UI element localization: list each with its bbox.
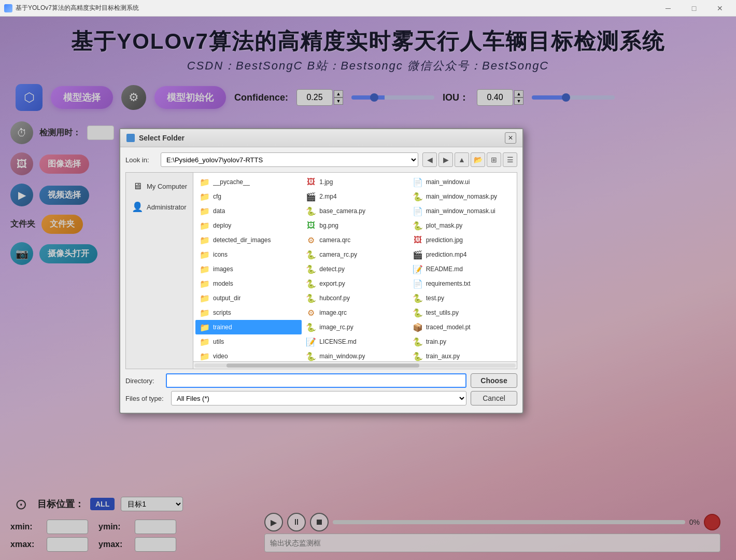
file-item-name: main_window.ui: [426, 178, 470, 186]
list-item[interactable]: 📁 detected_dir_images: [195, 233, 302, 247]
file-list-area[interactable]: 📁 __pycache__ 🖼 1.jpg 📄 main_window.ui: [193, 173, 517, 361]
maximize-button[interactable]: □: [682, 1, 706, 16]
directory-input[interactable]: [166, 373, 466, 388]
py-icon: 🐍: [413, 307, 423, 318]
minimize-button[interactable]: ─: [656, 1, 680, 16]
folder-icon: 📁: [200, 293, 210, 303]
list-item[interactable]: ⚙ camera.qrc: [302, 233, 408, 247]
user-icon: 👤: [131, 201, 144, 213]
directory-row: Directory: Choose: [125, 373, 517, 388]
list-item[interactable]: 📄 main_window_nomask.ui: [408, 204, 515, 218]
list-item[interactable]: 🐍 base_camera.py: [302, 204, 408, 218]
py-icon: 🐍: [306, 278, 316, 289]
place-administrator-label: Administrator: [147, 203, 187, 211]
look-in-select[interactable]: E:\Pyside6_yolov7\yolov7-RTTS: [161, 152, 418, 167]
file-item-name: 2.mp4: [319, 193, 336, 200]
place-my-computer[interactable]: 🖥 My Computer: [126, 176, 193, 197]
list-item[interactable]: 🐍 train.py: [408, 334, 515, 349]
list-item[interactable]: 🐍 main_window_nomask.py: [408, 189, 515, 204]
list-item[interactable]: 🖼 bg.png: [302, 218, 408, 233]
view-grid-button[interactable]: ⊞: [487, 152, 501, 167]
choose-button[interactable]: Choose: [471, 373, 517, 388]
py-icon: 🐍: [306, 293, 316, 303]
list-item[interactable]: 🖼 1.jpg: [302, 175, 408, 189]
file-item-name: prediction.jpg: [426, 236, 463, 244]
qrc-icon: ⚙: [306, 235, 316, 245]
list-item[interactable]: 📁 output_dir: [195, 291, 302, 305]
cancel-button[interactable]: Cancel: [471, 391, 517, 405]
filetype-row: Files of type: All Files (*) Cancel: [125, 391, 517, 405]
file-item-name: bg.png: [319, 222, 338, 229]
folder-icon: 📁: [200, 249, 210, 260]
list-item[interactable]: ⚙ image.qrc: [302, 305, 408, 320]
list-item[interactable]: 📁 __pycache__: [195, 175, 302, 189]
list-item[interactable]: 📄 requirements.txt: [408, 276, 515, 291]
list-item[interactable]: 📁 utils: [195, 334, 302, 349]
view-list-button[interactable]: ☰: [503, 152, 517, 167]
places-panel: 🖥 My Computer 👤 Administrator: [126, 173, 193, 369]
ui-file-icon: 📄: [413, 177, 423, 187]
nav-bookmarks-button[interactable]: 📂: [471, 152, 485, 167]
file-item-name: icons: [213, 251, 228, 258]
list-item[interactable]: 🎬 prediction.mp4: [408, 247, 515, 262]
list-item[interactable]: 📝 LICENSE.md: [302, 334, 408, 349]
list-item[interactable]: 📁 video: [195, 349, 302, 361]
file-item-name: detected_dir_images: [213, 236, 271, 244]
file-item-name: main_window_nomask.py: [426, 193, 497, 200]
place-administrator[interactable]: 👤 Administrator: [126, 197, 193, 217]
qrc-icon: ⚙: [306, 307, 316, 318]
list-item[interactable]: 📁 cfg: [195, 189, 302, 204]
list-item[interactable]: 📁 images: [195, 262, 302, 276]
list-item[interactable]: 📁 deploy: [195, 218, 302, 233]
list-item[interactable]: 📄 main_window.ui: [408, 175, 515, 189]
list-item[interactable]: 🐍 test_utils.py: [408, 305, 515, 320]
mp4-icon: 🎬: [306, 191, 316, 202]
list-item[interactable]: 📦 traced_model.pt: [408, 320, 515, 334]
nav-up-button[interactable]: ▲: [455, 152, 469, 167]
dialog-close-button[interactable]: ✕: [505, 132, 516, 144]
computer-icon: 🖥: [131, 180, 144, 192]
list-item[interactable]: 📝 README.md: [408, 262, 515, 276]
folder-icon: 📁: [200, 351, 210, 361]
h-scroll-thumb: [227, 363, 419, 368]
place-my-computer-label: My Computer: [147, 183, 187, 190]
horizontal-scrollbar[interactable]: [193, 361, 517, 369]
list-item-trained[interactable]: 📁 trained: [195, 320, 302, 334]
list-item[interactable]: 🎬 2.mp4: [302, 189, 408, 204]
list-item[interactable]: 📁 scripts: [195, 305, 302, 320]
list-item[interactable]: 🐍 train_aux.py: [408, 349, 515, 361]
file-item-name: hubconf.py: [319, 295, 350, 302]
list-item[interactable]: 📁 icons: [195, 247, 302, 262]
list-item[interactable]: 📁 models: [195, 276, 302, 291]
py-icon: 🐍: [306, 206, 316, 216]
list-item[interactable]: 🐍 hubconf.py: [302, 291, 408, 305]
py-icon: 🐍: [306, 351, 316, 361]
list-item[interactable]: 🐍 export.py: [302, 276, 408, 291]
file-item-name: requirements.txt: [426, 280, 471, 287]
folder-icon: 📁: [200, 307, 210, 318]
py-icon: 🐍: [306, 249, 316, 260]
file-item-name: video: [213, 353, 228, 360]
list-item[interactable]: 📁 data: [195, 204, 302, 218]
window-controls: ─ □ ✕: [656, 1, 732, 16]
txt-icon: 📄: [413, 278, 423, 289]
list-item[interactable]: 🐍 camera_rc.py: [302, 247, 408, 262]
filetype-select[interactable]: All Files (*): [171, 391, 466, 405]
file-item-name: deploy: [213, 222, 231, 229]
close-button[interactable]: ✕: [708, 1, 732, 16]
list-item[interactable]: 🐍 detect.py: [302, 262, 408, 276]
list-item[interactable]: 🐍 test.py: [408, 291, 515, 305]
list-item[interactable]: 🖼 prediction.jpg: [408, 233, 515, 247]
file-item-name: utils: [213, 338, 224, 345]
file-item-name: images: [213, 265, 233, 273]
nav-back-button[interactable]: ◀: [422, 152, 437, 167]
files-of-type-label: Files of type:: [125, 395, 167, 402]
file-item-name: image_rc.py: [319, 324, 353, 331]
file-item-name: scripts: [213, 309, 231, 316]
list-item[interactable]: 🐍 image_rc.py: [302, 320, 408, 334]
mp4-icon: 🎬: [413, 249, 423, 260]
list-item[interactable]: 🐍 main_window.py: [302, 349, 408, 361]
folder-icon: 📁: [200, 177, 210, 187]
list-item[interactable]: 🐍 plot_mask.py: [408, 218, 515, 233]
nav-forward-button[interactable]: ▶: [438, 152, 453, 167]
